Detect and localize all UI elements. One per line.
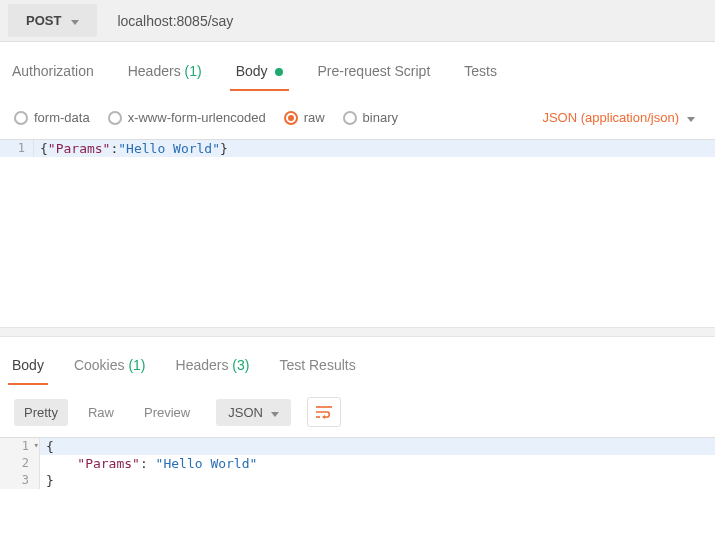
radio-label: binary: [363, 110, 398, 125]
line-number: 3: [0, 472, 40, 489]
url-input[interactable]: localhost:8085/say: [103, 0, 707, 41]
response-tab-test-results[interactable]: Test Results: [279, 357, 355, 385]
code-line: 1{"Params":"Hello World"}: [0, 140, 715, 157]
fold-icon[interactable]: ▾: [34, 440, 39, 450]
body-indicator-dot: [275, 68, 283, 76]
radio-icon: [14, 111, 28, 125]
request-body-editor[interactable]: 1{"Params":"Hello World"}: [0, 139, 715, 327]
response-format-label: JSON: [228, 405, 263, 420]
code-content: "Params": "Hello World": [40, 455, 715, 472]
toggle-wrap-button[interactable]: [307, 397, 341, 427]
response-tab-body[interactable]: Body: [12, 357, 44, 385]
chevron-down-icon: [271, 405, 279, 420]
request-tab-headers[interactable]: Headers (1): [128, 63, 202, 91]
request-tabs: AuthorizationHeaders (1)Body Pre-request…: [0, 42, 715, 92]
view-mode-pretty[interactable]: Pretty: [14, 399, 68, 426]
headers-count: (1): [181, 63, 202, 79]
code-content: }: [40, 472, 715, 489]
request-tab-tests[interactable]: Tests: [464, 63, 497, 91]
response-tabs: BodyCookies (1)Headers (3)Test Results: [0, 337, 715, 385]
radio-label: form-data: [34, 110, 90, 125]
code-content: {: [40, 438, 715, 455]
request-tab-authorization[interactable]: Authorization: [12, 63, 94, 91]
response-headers-count: (3): [228, 357, 249, 373]
line-number: 1: [0, 140, 34, 157]
response-view-row: PrettyRawPreview JSON: [0, 385, 715, 437]
content-type-label: JSON (application/json): [542, 110, 679, 125]
body-type-radio-form-data[interactable]: form-data: [14, 110, 90, 125]
panel-divider: [0, 327, 715, 337]
cookies-count: (1): [125, 357, 146, 373]
code-line: 2 "Params": "Hello World": [0, 455, 715, 472]
line-number: 2: [0, 455, 40, 472]
body-type-radio-raw[interactable]: raw: [284, 110, 325, 125]
response-tab-cookies[interactable]: Cookies (1): [74, 357, 146, 385]
radio-icon: [108, 111, 122, 125]
request-tab-body[interactable]: Body: [236, 63, 284, 91]
view-mode-preview[interactable]: Preview: [134, 399, 200, 426]
body-type-radio-binary[interactable]: binary: [343, 110, 398, 125]
body-type-row: form-datax-www-form-urlencodedrawbinaryJ…: [0, 92, 715, 139]
http-method-select[interactable]: POST: [8, 4, 97, 37]
code-line: 3}: [0, 472, 715, 489]
response-format-select[interactable]: JSON: [216, 399, 291, 426]
http-method-label: POST: [26, 13, 61, 28]
radio-label: x-www-form-urlencoded: [128, 110, 266, 125]
chevron-down-icon: [687, 110, 695, 125]
content-type-select[interactable]: JSON (application/json): [542, 110, 701, 125]
radio-icon: [343, 111, 357, 125]
response-tab-headers[interactable]: Headers (3): [176, 357, 250, 385]
wrap-icon: [315, 405, 333, 419]
url-value: localhost:8085/say: [117, 13, 233, 29]
response-body-editor[interactable]: 1▾{2 "Params": "Hello World"3}: [0, 437, 715, 489]
code-line: 1▾{: [0, 438, 715, 455]
request-tab-pre-request-script[interactable]: Pre-request Script: [317, 63, 430, 91]
view-mode-raw[interactable]: Raw: [78, 399, 124, 426]
radio-icon: [284, 111, 298, 125]
line-number: 1▾: [0, 438, 40, 455]
radio-label: raw: [304, 110, 325, 125]
chevron-down-icon: [71, 13, 79, 28]
body-type-radio-x-www-form-urlencoded[interactable]: x-www-form-urlencoded: [108, 110, 266, 125]
code-content: {"Params":"Hello World"}: [34, 140, 715, 157]
